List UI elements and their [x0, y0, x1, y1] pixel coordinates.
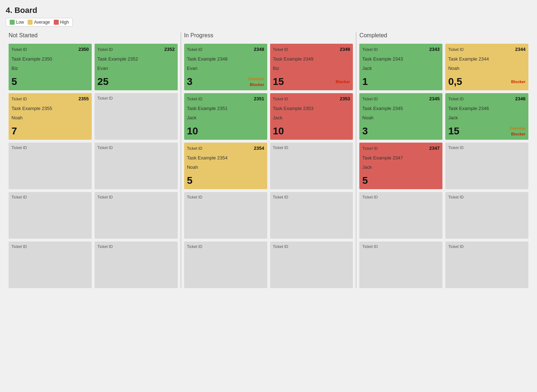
- ticket-card: Ticket ID: [95, 242, 178, 288]
- blocker-badge: Blocker: [250, 82, 264, 87]
- page-title: 4. Board: [6, 6, 531, 15]
- card-points: 3: [362, 125, 368, 137]
- card-footer: 5: [11, 76, 89, 87]
- card-footer: 3OverdueBlocker: [187, 76, 264, 87]
- card-points: 10: [187, 125, 198, 137]
- card-assignee: Noah: [11, 115, 89, 120]
- card-header: Ticket ID2345: [362, 96, 440, 101]
- card-ticket-label: Ticket ID: [97, 145, 175, 150]
- card-title: Task Example 2344: [448, 56, 526, 62]
- card-ticket-label: Ticket ID: [97, 244, 175, 249]
- card-ticket-label: Ticket ID: [187, 195, 264, 199]
- ticket-card[interactable]: Ticket ID2353Task Example 2353Jack10: [270, 93, 353, 140]
- card-header: Ticket ID2353: [273, 96, 350, 101]
- card-ticket-label: Ticket ID: [97, 47, 113, 52]
- card-title: Task Example 2349: [273, 56, 350, 62]
- card-ticket-label: Ticket ID: [362, 47, 378, 52]
- ticket-card[interactable]: Ticket ID2350Task Example 2350Biz5: [9, 44, 92, 90]
- column-completed: CompletedTicket ID2343Task Example 2343J…: [356, 32, 531, 288]
- card-footer: 5: [362, 175, 440, 186]
- column-not-started: Not StartedTicket ID2350Task Example 235…: [6, 32, 181, 288]
- legend-color-box: [10, 20, 15, 25]
- ticket-card[interactable]: Ticket ID2344Task Example 2344Noah0,5Blo…: [445, 44, 528, 90]
- cards-grid: Ticket ID2348Task Example 2348Evan3Overd…: [184, 44, 353, 288]
- cards-grid: Ticket ID2343Task Example 2343Jack1Ticke…: [359, 44, 528, 288]
- ticket-card[interactable]: Ticket ID2346Task Example 2346Jack15Over…: [445, 93, 528, 140]
- ticket-card[interactable]: Ticket ID2345Task Example 2345Noah3: [359, 93, 442, 140]
- ticket-card[interactable]: Ticket ID2355Task Example 2355Noah7: [9, 93, 92, 140]
- column-header: Completed: [359, 32, 528, 40]
- card-assignee: Biz: [11, 66, 89, 71]
- card-title: Task Example 2355: [11, 106, 89, 111]
- ticket-card: Ticket ID: [445, 143, 528, 189]
- card-points: 3: [187, 76, 193, 87]
- card-badges: OverdueBlocker: [248, 77, 264, 87]
- legend-item: Average: [28, 20, 50, 25]
- card-ticket-label: Ticket ID: [11, 47, 27, 52]
- card-ticket-label: Ticket ID: [187, 146, 202, 150]
- card-ticket-id: 2355: [78, 96, 89, 101]
- ticket-card[interactable]: Ticket ID2343Task Example 2343Jack1: [359, 44, 442, 90]
- ticket-card[interactable]: Ticket ID2351Task Example 2351Jack10: [184, 93, 267, 140]
- card-assignee: Noah: [362, 115, 440, 120]
- card-header: Ticket ID2346: [448, 96, 526, 101]
- card-ticket-id: 2353: [340, 96, 350, 101]
- ticket-card[interactable]: Ticket ID2352Task Example 2352Evan25: [95, 44, 178, 90]
- legend-label: High: [60, 20, 69, 25]
- card-ticket-label: Ticket ID: [187, 47, 202, 52]
- card-header: Ticket ID2344: [448, 47, 526, 52]
- card-title: Task Example 2347: [362, 155, 440, 161]
- ticket-card: Ticket ID: [445, 192, 528, 239]
- ticket-card[interactable]: Ticket ID2348Task Example 2348Evan3Overd…: [184, 44, 267, 90]
- ticket-card: Ticket ID: [9, 143, 92, 189]
- overdue-badge: Overdue: [248, 77, 264, 81]
- column-header: In Progress: [184, 32, 353, 40]
- ticket-card[interactable]: Ticket ID2354Task Example 2354Noah5: [184, 143, 267, 189]
- ticket-card: Ticket ID: [9, 242, 92, 288]
- blocker-badge: Blocker: [336, 80, 350, 84]
- card-footer: 25: [97, 76, 175, 87]
- ticket-card[interactable]: Ticket ID2347Task Example 2347Jack5: [359, 143, 442, 189]
- card-footer: 1: [362, 76, 440, 87]
- card-badges: Blocker: [336, 80, 350, 84]
- card-ticket-id: 2346: [515, 96, 526, 101]
- card-ticket-label: Ticket ID: [448, 97, 464, 101]
- legend-item: Low: [10, 20, 24, 25]
- card-title: Task Example 2348: [187, 56, 264, 62]
- card-header: Ticket ID2350: [11, 47, 89, 52]
- ticket-card: Ticket ID: [95, 143, 178, 189]
- card-ticket-label: Ticket ID: [11, 244, 89, 249]
- card-ticket-id: 2345: [429, 96, 440, 101]
- card-ticket-label: Ticket ID: [97, 195, 175, 199]
- card-ticket-label: Ticket ID: [448, 47, 464, 52]
- card-assignee: Jack: [362, 66, 440, 71]
- card-ticket-label: Ticket ID: [187, 97, 202, 101]
- legend-color-box: [54, 20, 59, 25]
- card-header: Ticket ID2351: [187, 96, 264, 101]
- column-in-progress: In ProgressTicket ID2348Task Example 234…: [181, 32, 357, 288]
- ticket-card: Ticket ID: [445, 242, 528, 288]
- card-ticket-id: 2350: [78, 47, 89, 52]
- card-footer: 7: [11, 125, 89, 137]
- card-title: Task Example 2353: [273, 106, 350, 111]
- card-assignee: Noah: [187, 164, 264, 170]
- card-footer: 10: [187, 125, 264, 137]
- legend-label: Average: [34, 20, 50, 25]
- ticket-card[interactable]: Ticket ID2349Task Example 2349Biz15Block…: [270, 44, 353, 90]
- cards-grid: Ticket ID2350Task Example 2350Biz5Ticket…: [9, 44, 178, 288]
- card-ticket-id: 2348: [254, 47, 264, 52]
- card-points: 10: [273, 125, 284, 137]
- card-ticket-label: Ticket ID: [362, 146, 378, 150]
- card-ticket-label: Ticket ID: [273, 195, 350, 199]
- column-header: Not Started: [9, 32, 178, 40]
- card-badges: OverdueBlocker: [509, 126, 526, 136]
- card-footer: 10: [273, 125, 350, 137]
- ticket-card: Ticket ID: [184, 192, 267, 239]
- legend-label: Low: [16, 20, 24, 25]
- card-points: 5: [187, 175, 193, 186]
- ticket-card: Ticket ID: [270, 242, 353, 288]
- card-footer: 15Blocker: [273, 76, 350, 87]
- card-points: 1: [362, 76, 368, 87]
- card-ticket-label: Ticket ID: [273, 145, 350, 150]
- card-header: Ticket ID2352: [97, 47, 175, 52]
